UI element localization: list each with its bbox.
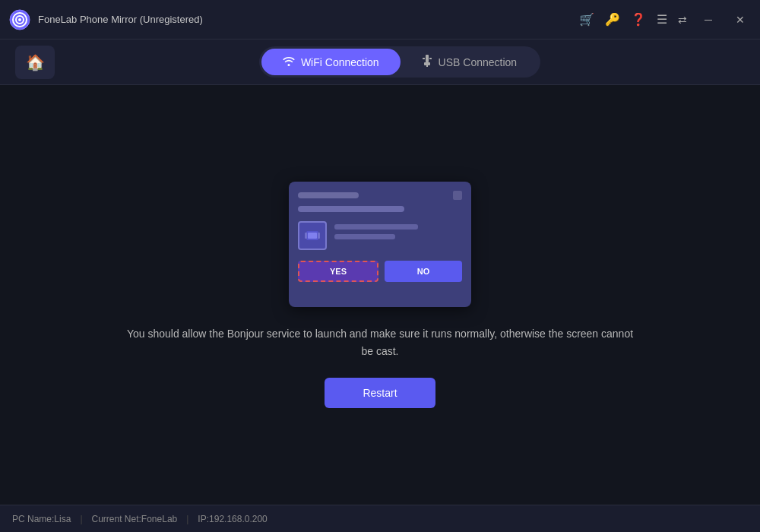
toolbar: 🏠 WiFi Connection bbox=[0, 40, 760, 85]
key-icon[interactable]: 🔑 bbox=[605, 12, 620, 27]
connection-tabs: WiFi Connection USB Connection bbox=[259, 46, 540, 78]
tab-usb[interactable]: USB Connection bbox=[401, 49, 539, 75]
statusbar: PC Name:Lisa | Current Net:FoneLab | IP:… bbox=[0, 505, 760, 532]
dialog-close-sim bbox=[453, 191, 462, 200]
dialog-titlebar-sim bbox=[298, 191, 462, 200]
app-logo bbox=[9, 9, 30, 30]
svg-rect-12 bbox=[308, 233, 317, 239]
dialog-line-1 bbox=[334, 224, 418, 230]
help-icon[interactable]: ❓ bbox=[631, 12, 646, 27]
dialog-header-line bbox=[298, 206, 404, 212]
ip-address: IP:192.168.0.200 bbox=[198, 514, 267, 524]
dialog-yes-button[interactable]: YES bbox=[298, 261, 378, 282]
usb-tab-label: USB Connection bbox=[439, 56, 518, 68]
sep-1: | bbox=[80, 514, 82, 524]
svg-rect-10 bbox=[305, 233, 307, 239]
dialog-illustration: YES NO bbox=[289, 182, 471, 307]
titlebar: FoneLab Phone Mirror (Unregistered) 🛒 🔑 … bbox=[0, 0, 760, 40]
dialog-no-button[interactable]: NO bbox=[385, 261, 462, 282]
sep-2: | bbox=[186, 514, 188, 524]
svg-rect-6 bbox=[426, 65, 428, 67]
dialog-buttons: YES NO bbox=[298, 261, 462, 282]
current-net: Current Net:FoneLab bbox=[92, 514, 178, 524]
app-title: FoneLab Phone Mirror (Unregistered) bbox=[38, 14, 579, 25]
close-button[interactable]: ✕ bbox=[730, 9, 751, 30]
dialog-icon-sim bbox=[298, 221, 327, 250]
dialog-title-line bbox=[298, 192, 359, 198]
usb-icon bbox=[422, 55, 432, 69]
wifi-icon bbox=[283, 55, 295, 69]
menu-icon[interactable]: ☰ bbox=[657, 12, 667, 27]
svg-point-3 bbox=[18, 18, 21, 21]
minimize-button[interactable]: ─ bbox=[698, 9, 719, 30]
home-button[interactable]: 🏠 bbox=[15, 46, 55, 79]
svg-rect-5 bbox=[424, 62, 430, 65]
message-text: You should allow the Bonjour service to … bbox=[122, 325, 638, 359]
restart-button[interactable]: Restart bbox=[325, 378, 435, 408]
mirror-icon[interactable]: ⇄ bbox=[678, 14, 687, 26]
cart-icon[interactable]: 🛒 bbox=[579, 12, 594, 27]
titlebar-controls: 🛒 🔑 ❓ ☰ ⇄ ─ ✕ bbox=[579, 9, 751, 30]
tab-wifi[interactable]: WiFi Connection bbox=[261, 49, 401, 75]
dialog-line-2 bbox=[334, 234, 395, 239]
dialog-body bbox=[298, 221, 462, 250]
pc-name: PC Name:Lisa bbox=[12, 514, 71, 524]
home-icon: 🏠 bbox=[26, 53, 45, 71]
wifi-tab-label: WiFi Connection bbox=[301, 56, 379, 68]
dialog-text-lines bbox=[334, 221, 418, 239]
svg-rect-7 bbox=[423, 58, 425, 59]
svg-rect-11 bbox=[318, 233, 320, 239]
svg-rect-8 bbox=[429, 58, 432, 59]
svg-rect-4 bbox=[426, 55, 429, 62]
main-content: YES NO You should allow the Bonjour serv… bbox=[0, 85, 760, 505]
